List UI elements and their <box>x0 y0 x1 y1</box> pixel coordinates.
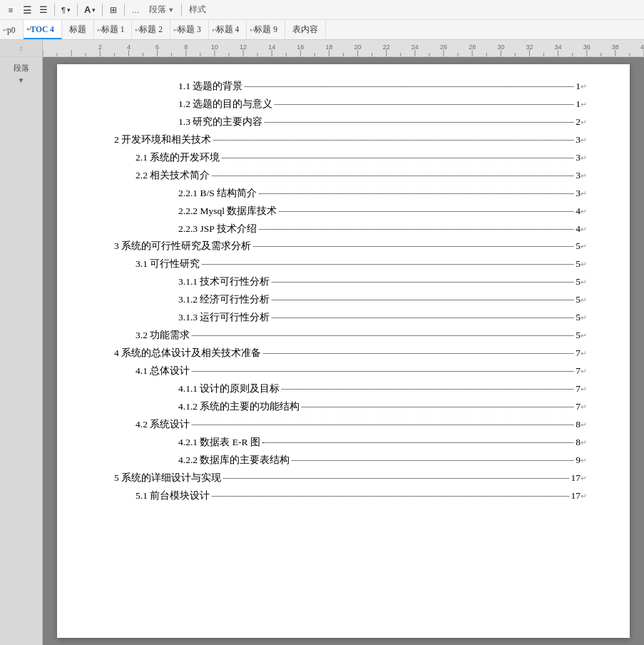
toc-return-19: ↵ <box>581 418 587 432</box>
paragraph-icon: ¶ <box>61 6 66 14</box>
paragraph-section-label: 段落 <box>149 4 166 16</box>
toc-dots-11 <box>272 282 573 283</box>
toc-dots-15 <box>263 353 573 354</box>
toc-return-16: ↵ <box>581 365 587 378</box>
toc-page-21: 9 <box>576 452 581 469</box>
style-tab-标题[interactable]: 标题 <box>62 20 94 39</box>
toc-return-15: ↵ <box>581 347 587 360</box>
style-tab-标题-3[interactable]: ↵标题 3 <box>170 20 209 39</box>
svg-text:40: 40 <box>640 44 644 51</box>
paragraph-dropdown[interactable]: ¶ ▾ <box>58 2 74 18</box>
svg-text:26: 26 <box>440 44 447 51</box>
toc-return-23: ↵ <box>581 489 587 503</box>
toc-text-5: 2.2 相关技术简介 <box>136 168 210 184</box>
svg-text:6: 6 <box>155 44 159 51</box>
toolbar: ≡ ☰ ☰ ¶ ▾ A ▾ ⊞ … 段落 ▼ 样式 <box>0 0 644 20</box>
style-tab-标题-9[interactable]: ↵标题 9 <box>247 20 285 39</box>
separator-3 <box>102 4 103 16</box>
tab-marker-4: ↵ <box>135 26 140 34</box>
styles-label-section: 样式 <box>189 4 206 16</box>
toc-dots-17 <box>282 389 573 390</box>
tab-marker-6: ↵ <box>212 26 218 34</box>
toc-dots-21 <box>292 460 573 461</box>
toc-page-1: 1 <box>576 96 581 113</box>
toc-dots-20 <box>262 442 573 443</box>
toc-row-11: 3.1.1 技术可行性分析5↵ <box>114 274 587 290</box>
separator-1 <box>54 4 55 16</box>
toc-dots-9 <box>253 246 573 247</box>
svg-text:30: 30 <box>497 44 504 51</box>
sidebar-expand-icon[interactable]: ▼ <box>18 76 25 84</box>
align-button[interactable]: ☰ <box>19 2 35 18</box>
toc-return-4: ↵ <box>581 151 587 165</box>
style-tab-标题-4[interactable]: ↵标题 4 <box>209 20 247 39</box>
toc-page-5: 3 <box>576 168 581 184</box>
tab-label-4: 标题 2 <box>139 24 163 35</box>
indent-decrease-button[interactable]: ≡ <box>3 2 19 18</box>
toc-dots-13 <box>272 318 573 318</box>
toc-text-21: 4.2.2 数据库的主要表结构 <box>178 452 290 469</box>
svg-text:28: 28 <box>469 44 476 51</box>
tab-marker-0: ↵ <box>3 26 9 34</box>
toc-page-10: 5 <box>576 256 581 273</box>
ruler-main-area[interactable]: 246810121416182022242628303234363840 <box>43 40 644 56</box>
page: 1.1 选题的背景1↵1.2 选题的目的与意义1↵1.3 研究的主要内容2↵2 … <box>57 64 630 638</box>
toc-text-18: 4.1.2 系统的主要的功能结构 <box>178 399 300 415</box>
toc-return-13: ↵ <box>581 311 587 325</box>
style-tab-表内容[interactable]: 表内容 <box>285 20 326 39</box>
toc-text-3: 2 开发环境和相关技术 <box>114 132 211 148</box>
more-button[interactable]: … <box>128 2 143 18</box>
tab-label-3: 标题 1 <box>101 24 125 35</box>
toc-return-18: ↵ <box>581 400 587 414</box>
toc-row-15: 4 系统的总体设计及相关技术准备7↵ <box>114 345 587 362</box>
tab-marker-7: ↵ <box>250 26 255 34</box>
toc-page-17: 7 <box>576 381 581 397</box>
table-button[interactable]: ⊞ <box>106 2 121 18</box>
style-tab-p0[interactable]: ↵p0 <box>0 20 24 39</box>
toc-dots-8 <box>259 229 574 230</box>
style-tab-TOC-4[interactable]: ↵TOC 4 <box>24 20 62 39</box>
toc-dots-1 <box>275 104 573 105</box>
toc-text-8: 2.2.3 JSP 技术介绍 <box>178 221 257 238</box>
toc-text-4: 2.1 系统的开发环境 <box>136 150 220 166</box>
tab-label-1: TOC 4 <box>31 25 54 34</box>
toc-dots-3 <box>213 140 573 141</box>
svg-text:14: 14 <box>268 44 275 51</box>
toc-page-7: 4 <box>576 203 581 220</box>
toc-row-23: 5.1 前台模块设计17↵ <box>114 488 587 504</box>
svg-text:36: 36 <box>583 44 591 51</box>
svg-text:24: 24 <box>412 44 419 51</box>
toc-return-11: ↵ <box>581 275 587 289</box>
document-area[interactable]: 1.1 选题的背景1↵1.2 选题的目的与意义1↵1.3 研究的主要内容2↵2 … <box>43 57 644 645</box>
toc-text-23: 5.1 前台模块设计 <box>136 488 210 504</box>
toc-row-3: 2 开发环境和相关技术3↵ <box>114 132 587 148</box>
svg-text:38: 38 <box>612 44 619 51</box>
toc-dots-12 <box>272 300 573 300</box>
list-button[interactable]: ☰ <box>36 2 51 18</box>
style-tab-标题-2[interactable]: ↵标题 2 <box>132 20 170 39</box>
toc-return-22: ↵ <box>581 472 587 485</box>
toc-row-21: 4.2.2 数据库的主要表结构9↵ <box>114 452 587 469</box>
toc-row-8: 2.2.3 JSP 技术介绍4↵ <box>114 221 587 238</box>
toc-dots-23 <box>212 496 568 497</box>
toc-row-9: 3 系统的可行性研究及需求分析5↵ <box>114 238 587 255</box>
toc-page-23: 17 <box>571 488 581 504</box>
toc-text-22: 5 系统的详细设计与实现 <box>114 470 221 487</box>
toc-row-7: 2.2.2 Mysql 数据库技术4↵ <box>114 203 587 220</box>
tab-marker-5: ↵ <box>173 26 179 34</box>
toc-text-10: 3.1 可行性研究 <box>136 256 200 273</box>
toc-dots-14 <box>192 335 573 336</box>
style-tab-标题-1[interactable]: ↵标题 1 <box>94 20 133 39</box>
ruler-left-marker: ↕ <box>19 44 23 52</box>
toc-text-12: 3.1.2 经济可行性分析 <box>178 292 270 308</box>
font-color-dropdown[interactable]: A ▾ <box>81 2 99 18</box>
toc-row-1: 1.2 选题的目的与意义1↵ <box>114 96 587 113</box>
toc-page-3: 3 <box>576 132 581 148</box>
toc-return-14: ↵ <box>581 329 587 342</box>
toc-text-6: 2.2.1 B/S 结构简介 <box>178 186 257 202</box>
toc-return-0: ↵ <box>581 80 587 93</box>
toc-row-20: 4.2.1 数据表 E-R 图8↵ <box>114 435 587 451</box>
toc-row-10: 3.1 可行性研究5↵ <box>114 256 587 273</box>
toc-text-20: 4.2.1 数据表 E-R 图 <box>178 435 260 451</box>
sidebar-paragraph-label: 段落 <box>14 63 29 73</box>
